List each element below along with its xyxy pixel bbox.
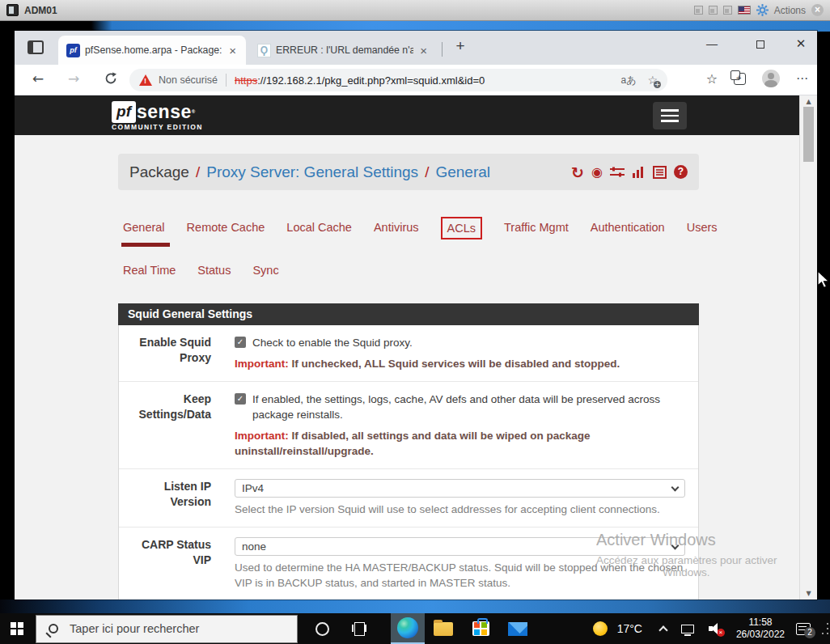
pfsense-logo[interactable]: pf sense® [112, 101, 196, 123]
mail-icon [508, 622, 527, 636]
scroll-down-icon[interactable]: ▼ [800, 590, 817, 597]
taskbar-store-button[interactable] [462, 613, 499, 644]
breadcrumb: Package / Proxy Server: General Settings… [118, 154, 699, 190]
window-minimize-button[interactable]: — [694, 31, 730, 58]
tab-users[interactable]: Users [687, 218, 718, 239]
taskbar-mail-button[interactable] [499, 613, 536, 644]
tab-antivirus[interactable]: Antivirus [374, 218, 419, 239]
community-edition-label: COMMUNITY EDITION [112, 123, 203, 131]
taskbar-search-input[interactable]: Taper ici pour rechercher [36, 615, 298, 643]
tab-authentication[interactable]: Authentication [591, 218, 665, 239]
pfsense-logo-pf: pf [112, 101, 136, 123]
taskbar-explorer-button[interactable] [425, 613, 462, 644]
search-placeholder: Taper ici pour rechercher [70, 622, 199, 635]
tab-close-icon[interactable]: × [227, 44, 238, 57]
scroll-up-icon[interactable]: ▲ [800, 98, 817, 105]
new-tab-button[interactable]: + [450, 37, 471, 55]
tab-close-icon[interactable]: × [418, 44, 429, 57]
keyboard-layout-flag-icon[interactable] [738, 6, 751, 15]
tray-chevron-up-icon[interactable] [658, 625, 667, 634]
log-list-icon[interactable] [653, 166, 667, 179]
panel-title: Squid General Settings [118, 303, 699, 325]
gear-icon[interactable] [756, 4, 769, 16]
tab-traffic-mgmt[interactable]: Traffic Mgmt [504, 218, 569, 239]
chevron-down-icon [671, 484, 680, 492]
windows-taskbar: Taper ici pour rechercher 17°C × 11:58 2… [0, 613, 830, 644]
scrollbar-thumb[interactable] [803, 107, 814, 162]
favorites-icon[interactable]: ☆ [706, 71, 718, 87]
security-warning-label[interactable]: Non sécurisé [159, 74, 218, 86]
vm-titlebar: ADM01 Actions × [0, 0, 830, 21]
temperature-label[interactable]: 17°C [617, 622, 642, 635]
field-label: CARP Status VIP [119, 537, 211, 600]
checkbox-checked-icon[interactable] [235, 337, 246, 348]
browser-menu-icon[interactable]: ⋯ [796, 71, 809, 86]
chevron-down-icon [671, 542, 680, 550]
address-bar[interactable]: Non sécurisé https ://192.168.2.1/pkg_ed… [129, 69, 667, 91]
taskbar-clock[interactable]: 11:58 26/03/2022 [736, 616, 785, 641]
page-content: pf sense® COMMUNITY EDITION Package / Pr… [15, 95, 799, 600]
tab-general[interactable]: General [123, 218, 165, 239]
field-help: Used to determine the HA MASTER/BACKUP s… [235, 560, 685, 591]
tab-pfsense[interactable]: pf pfSense.home.arpa - Package: Pr × [58, 36, 246, 65]
breadcrumb-page-link[interactable]: General [435, 163, 490, 181]
back-icon[interactable]: ← [32, 70, 44, 87]
task-view-icon[interactable] [352, 622, 366, 635]
window-close-button[interactable]: ✕ [783, 31, 819, 58]
pfsense-favicon: pf [66, 44, 80, 57]
package-tabs-row2: Real Time Status Sync [123, 261, 279, 279]
tab-erreur[interactable]: Ϙ ERREUR : l'URL demandée n'a pa × [249, 36, 437, 65]
collections-icon[interactable] [734, 73, 746, 85]
vm-actions-label[interactable]: Actions [774, 5, 806, 16]
tab-remote-cache[interactable]: Remote Cache [187, 218, 265, 239]
cortana-icon[interactable] [315, 622, 329, 636]
notification-badge: 2 [804, 627, 815, 638]
tab-sync[interactable]: Sync [252, 261, 278, 279]
security-warning-icon[interactable] [139, 74, 152, 86]
tab-local-cache[interactable]: Local Cache [286, 218, 352, 239]
listen-ip-select[interactable]: IPv4 [235, 479, 685, 498]
checkbox-checked-icon[interactable] [235, 393, 246, 405]
tab-title: ERREUR : l'URL demandée n'a pa [276, 44, 413, 56]
tab-divider [442, 42, 443, 57]
forward-icon[interactable]: → [68, 70, 79, 87]
add-favorite-icon[interactable]: ☆+ [647, 74, 658, 87]
form-row-carp-vip: CARP Status VIP none Used to determine t… [119, 527, 698, 600]
vm-window-icon [6, 4, 19, 16]
vm-display-icon-1[interactable] [694, 6, 703, 15]
window-maximize-button[interactable] [743, 31, 778, 58]
network-icon[interactable] [681, 625, 694, 633]
breadcrumb-separator: / [196, 163, 200, 181]
sliders-icon[interactable] [610, 166, 625, 179]
profile-avatar[interactable] [762, 70, 780, 87]
carp-vip-select[interactable]: none [235, 537, 685, 556]
important-note: Important: If unchecked, ALL Squid servi… [235, 356, 685, 371]
weather-sun-icon[interactable] [593, 621, 608, 636]
tab-acls[interactable]: ACLs [441, 217, 482, 239]
vm-display-icon-2[interactable] [709, 6, 718, 15]
browser-tabstrip: pf pfSense.home.arpa - Package: Pr × Ϙ E… [15, 31, 817, 65]
translate-icon[interactable]: aあ [620, 74, 636, 87]
help-icon[interactable]: ? [674, 165, 688, 179]
resize-grip [819, 623, 828, 634]
vm-display-icon-3[interactable] [723, 6, 732, 15]
volume-muted-icon[interactable]: × [709, 622, 723, 635]
breadcrumb-package-link[interactable]: Proxy Server: General Settings [206, 163, 418, 181]
vm-close-icon[interactable]: × [811, 4, 824, 16]
important-note: Important: Don't forget to generate Loca… [235, 596, 685, 600]
page-scrollbar[interactable]: ▲ ▼ [799, 95, 817, 600]
start-button-icon[interactable] [11, 622, 23, 635]
taskbar-edge-button[interactable] [391, 613, 425, 644]
search-icon [49, 624, 58, 633]
clock-date: 26/03/2022 [736, 629, 785, 641]
vertical-tabs-icon[interactable] [28, 40, 44, 54]
tab-real-time[interactable]: Real Time [123, 261, 176, 279]
notification-center-icon[interactable]: 2 [796, 623, 811, 635]
bar-chart-icon[interactable] [632, 166, 646, 179]
refresh-icon[interactable] [104, 71, 118, 86]
reload-package-icon[interactable]: ↻ [571, 163, 584, 181]
tab-status[interactable]: Status [197, 261, 231, 279]
form-row-keep-settings: Keep Settings/Data If enabled, the setti… [119, 382, 698, 469]
status-record-icon[interactable]: ◉ [591, 164, 603, 180]
hamburger-menu-icon[interactable] [653, 102, 687, 129]
